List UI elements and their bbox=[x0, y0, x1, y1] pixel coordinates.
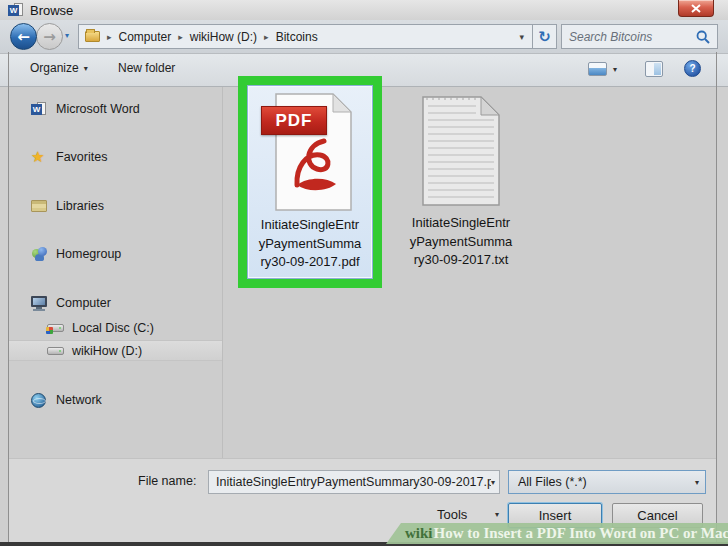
breadcrumb-bitcoins[interactable]: Bitcoins bbox=[276, 30, 318, 44]
acrobat-ribbon-icon bbox=[290, 137, 342, 199]
watermark-title-text: How to Insert a PDF Into Word on PC or M… bbox=[434, 525, 728, 542]
chevron-down-icon[interactable]: ▾ bbox=[491, 478, 495, 487]
back-button[interactable]: ← bbox=[10, 23, 37, 50]
sidebar-item-label: Libraries bbox=[56, 199, 104, 213]
word-icon: W bbox=[31, 101, 48, 117]
pdf-file-icon: PDF bbox=[268, 93, 352, 211]
title-bar: W Browse bbox=[0, 0, 728, 20]
new-folder-button[interactable]: New folder bbox=[118, 61, 175, 75]
file-name-label: InitiateSingleEntr yPaymentSumma ry30-09… bbox=[396, 214, 526, 270]
drive-icon bbox=[47, 320, 64, 336]
window-right-border bbox=[716, 52, 717, 542]
breadcrumb-separator-icon: ▸ bbox=[264, 32, 269, 42]
sidebar-item-label: Network bbox=[56, 393, 102, 407]
file-name-input[interactable]: InitiateSingleEntryPaymentSummary30-09-2… bbox=[208, 470, 500, 494]
window-title: Browse bbox=[30, 3, 73, 18]
window-left-border bbox=[8, 52, 9, 542]
sidebar-item-label: wikiHow (D:) bbox=[72, 344, 142, 358]
new-folder-label: New folder bbox=[118, 61, 175, 75]
file-type-dropdown[interactable]: All Files (*.*) ▾ bbox=[508, 470, 706, 494]
sidebar-item-local-disc-c[interactable]: Local Disc (C:) bbox=[9, 317, 222, 338]
network-icon bbox=[31, 392, 48, 408]
sidebar-divider bbox=[222, 87, 223, 458]
search-icon bbox=[696, 30, 710, 44]
breadcrumb-separator-icon: ▸ bbox=[107, 32, 112, 42]
forward-button[interactable]: → bbox=[36, 23, 63, 50]
file-pdf-tile[interactable]: PDF InitiateSingleEntr yPaymentSumma ry3… bbox=[247, 85, 373, 279]
homegroup-icon bbox=[31, 246, 48, 262]
tools-dropdown[interactable]: Tools ▾ bbox=[437, 507, 499, 522]
breadcrumb-separator-icon: ▸ bbox=[178, 32, 183, 42]
sidebar-item-libraries[interactable]: Libraries bbox=[9, 195, 222, 216]
star-icon: ★ bbox=[31, 149, 48, 165]
views-icon[interactable] bbox=[588, 62, 607, 76]
chevron-down-icon: ▾ bbox=[84, 64, 88, 73]
organize-label: Organize bbox=[30, 61, 79, 75]
breadcrumb-computer[interactable]: Computer bbox=[119, 30, 172, 44]
sidebar-item-homegroup[interactable]: Homegroup bbox=[9, 243, 222, 264]
annotation-highlight-box: PDF InitiateSingleEntr yPaymentSumma ry3… bbox=[238, 76, 382, 288]
file-name-field-label: File name: bbox=[138, 474, 196, 488]
sidebar-item-computer[interactable]: Computer bbox=[9, 292, 222, 313]
drive-icon bbox=[47, 343, 64, 359]
sidebar-item-label: Favorites bbox=[56, 150, 107, 164]
chevron-down-icon: ▾ bbox=[495, 510, 499, 519]
file-type-value: All Files (*.*) bbox=[518, 475, 695, 489]
help-button[interactable]: ? bbox=[684, 60, 701, 77]
sidebar-item-label: Microsoft Word bbox=[56, 102, 140, 116]
sidebar-item-label: Computer bbox=[56, 296, 111, 310]
computer-icon bbox=[31, 295, 48, 311]
address-history-chevron-icon[interactable]: ▾ bbox=[519, 32, 526, 42]
sidebar-item-microsoft-word[interactable]: W Microsoft Word bbox=[9, 98, 222, 119]
sidebar-item-network[interactable]: Network bbox=[9, 389, 222, 410]
file-txt-tile[interactable]: InitiateSingleEntr yPaymentSumma ry30-09… bbox=[396, 94, 526, 274]
address-bar[interactable]: ▸ Computer ▸ wikiHow (D:) ▸ Bitcoins ▾ bbox=[78, 24, 532, 49]
file-name-label: InitiateSingleEntr yPaymentSumma ry30-09… bbox=[248, 216, 372, 272]
close-button[interactable] bbox=[678, 0, 714, 17]
chevron-down-icon: ▾ bbox=[695, 478, 699, 487]
wikihow-watermark: wiki How to Insert a PDF Into Word on PC… bbox=[386, 523, 728, 544]
libraries-icon bbox=[31, 198, 48, 214]
recent-pages-chevron-icon[interactable]: ▾ bbox=[65, 31, 69, 40]
breadcrumb-wikihow-drive[interactable]: wikiHow (D:) bbox=[190, 30, 257, 44]
tools-label: Tools bbox=[437, 507, 467, 522]
close-icon bbox=[691, 4, 701, 13]
search-box[interactable]: Search Bitcoins bbox=[561, 24, 718, 49]
pdf-badge: PDF bbox=[261, 106, 327, 135]
sidebar-item-label: Homegroup bbox=[56, 247, 121, 261]
file-name-value: InitiateSingleEntryPaymentSummary30-09-2… bbox=[216, 475, 491, 489]
word-app-icon: W bbox=[8, 2, 24, 18]
search-placeholder: Search Bitcoins bbox=[569, 30, 696, 44]
folder-icon bbox=[85, 31, 100, 42]
preview-pane-icon[interactable] bbox=[645, 61, 663, 77]
organize-button[interactable]: Organize ▾ bbox=[30, 61, 88, 75]
refresh-button[interactable]: ↻ bbox=[532, 24, 557, 49]
txt-file-icon bbox=[419, 94, 503, 208]
sidebar-item-label: Local Disc (C:) bbox=[72, 321, 154, 335]
watermark-wiki-text: wiki bbox=[405, 525, 433, 542]
sidebar-item-favorites[interactable]: ★ Favorites bbox=[9, 146, 222, 167]
views-chevron-icon[interactable]: ▾ bbox=[613, 65, 617, 74]
sidebar-item-wikihow-d[interactable]: wikiHow (D:) bbox=[9, 340, 222, 361]
